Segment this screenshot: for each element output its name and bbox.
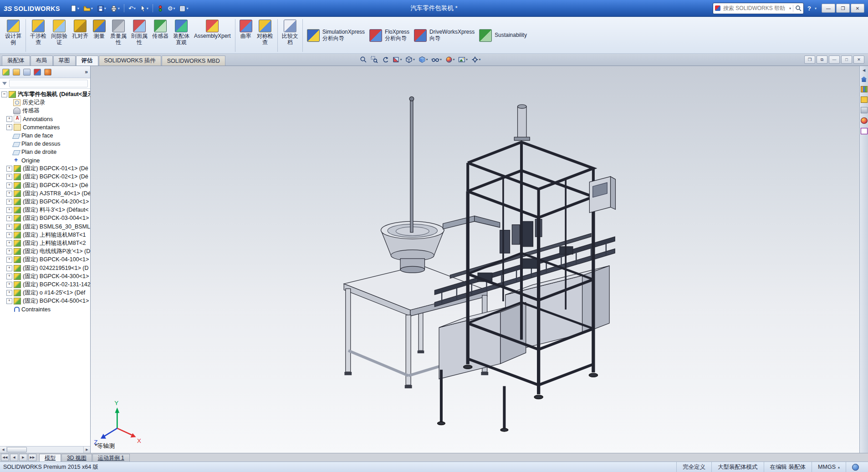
ribbon-button-clearance-verify[interactable]: 间隙验 证 (49, 18, 70, 53)
print-button[interactable]: ▾ (109, 4, 121, 13)
doc-window-cascade-button[interactable]: ⧉ (817, 56, 827, 64)
scroll-left-arrow[interactable]: ◀ (0, 447, 7, 453)
assembly-3d-model[interactable]: Y X Z (91, 66, 859, 453)
view-palette-icon[interactable] (861, 107, 868, 113)
doc-window-restore-button[interactable]: ❒ (804, 56, 815, 64)
expand-toggle[interactable]: + (6, 232, 12, 238)
ribbon-button-hole-alignment[interactable]: 孔对齐 (70, 18, 91, 53)
tree-item[interactable]: +(固定) BGPCK-03<1> (Dé (0, 181, 90, 189)
graphics-viewport[interactable]: Y X Z *等轴测 (91, 66, 859, 453)
tree-item[interactable]: +(固定) BGPCK-01<1> (Dé (0, 165, 90, 173)
ribbon-button-curvature[interactable]: 曲率 (237, 18, 255, 53)
tree-item[interactable]: Contraintes (0, 305, 90, 314)
tree-item[interactable]: +(固定) BGPCK-04-100<1> (0, 256, 90, 264)
search-box[interactable]: ▾ (713, 3, 804, 14)
ribbon-button-compare-documents[interactable]: 比较文 档 (280, 18, 301, 53)
expand-toggle[interactable]: + (6, 265, 12, 271)
doc-window-minimize-button[interactable]: — (829, 56, 840, 64)
tree-item[interactable]: +(固定) 上料输送机M8T<1 (0, 231, 90, 239)
scroll-last-tab-button[interactable]: ▶▶ (28, 454, 36, 461)
help-button[interactable]: ? (806, 5, 812, 12)
file-explorer-icon[interactable] (861, 96, 868, 103)
expand-toggle[interactable]: + (6, 282, 12, 288)
options-button[interactable]: ⚙▾ (166, 5, 177, 12)
custom-properties-icon[interactable] (861, 128, 868, 134)
tab-装配体[interactable]: 装配体 (2, 56, 30, 66)
tree-item[interactable]: +(固定) 上料输送机M8T<2 (0, 239, 90, 247)
scroll-right-arrow[interactable]: ▶ (83, 447, 90, 453)
scroll-left-tab-button[interactable]: ◀ (10, 454, 18, 461)
display-style-button[interactable]: ▾ (419, 56, 428, 63)
tab-SOLIDWORKS 插件[interactable]: SOLIDWORKS 插件 (99, 56, 161, 66)
home-icon[interactable] (861, 76, 867, 82)
expand-toggle[interactable]: + (6, 166, 12, 172)
search-input[interactable] (722, 5, 787, 12)
new-file-button[interactable]: ▾ (69, 4, 81, 13)
doc-window-close-button[interactable]: ✕ (853, 56, 864, 64)
property-manager-tab[interactable] (13, 69, 20, 76)
ribbon-button-sensor[interactable]: 传感器 (150, 18, 171, 53)
more-tabs-chevron-icon[interactable]: » (85, 69, 88, 75)
zoom-fit-button[interactable] (360, 56, 367, 63)
tree-item[interactable]: Plan de dessus (0, 140, 90, 148)
control-panel[interactable] (589, 177, 615, 213)
ribbon-button-assembly-visualization[interactable]: 装配体 直观 (171, 18, 192, 53)
tree-item[interactable]: −汽车零件包装机 (Défaut<显示 (0, 90, 90, 98)
tree-item[interactable]: +(固定) 0242219519<1> (D (0, 264, 90, 272)
tree-item[interactable]: +(固定) BGPCK-02-131-142 (0, 280, 90, 289)
undo-button[interactable]: ↶▾ (127, 5, 137, 12)
tree-item[interactable]: Plan de face (0, 132, 90, 140)
tab-SOLIDWORKS MBD[interactable]: SOLIDWORKS MBD (162, 56, 225, 66)
bottom-tab-运动算例 1[interactable]: 运动算例 1 (92, 454, 130, 462)
tree-item[interactable]: +Commentaires (0, 123, 90, 132)
ribbon-button-assembly-xpert[interactable]: AssemblyXpert (192, 18, 233, 53)
ribbon-button-interference-check[interactable]: 干涉检 查 (28, 18, 49, 53)
search-icon[interactable] (795, 5, 802, 11)
expand-toggle[interactable]: + (6, 191, 12, 197)
ribbon-button-driveworksxpress-wizard[interactable]: DriveWorksXpress 向导 (412, 18, 477, 53)
tree-item[interactable]: +Annotations (0, 115, 90, 123)
expand-toggle[interactable]: + (6, 224, 12, 230)
search-scope-caret-icon[interactable]: ▾ (789, 6, 791, 10)
tab-草图[interactable]: 草图 (53, 56, 76, 66)
file-properties-button[interactable]: ▾ (178, 4, 189, 13)
display-manager-tab[interactable] (44, 69, 51, 76)
rebuild-button[interactable] (156, 4, 165, 13)
save-file-button[interactable]: ▾ (96, 4, 107, 13)
expand-toggle[interactable]: + (6, 290, 12, 296)
hide-show-items-button[interactable]: ▾ (431, 56, 442, 63)
units-selector[interactable]: MMGS▴ (812, 462, 846, 472)
expand-toggle[interactable]: + (6, 215, 12, 221)
tree-item[interactable]: +(固定) BGPCK-03-004<1> (0, 214, 90, 223)
tree-item[interactable]: +(固定) o #14-25'<1> (Déf (0, 289, 90, 297)
bottom-tab-3D 视图[interactable]: 3D 视图 (61, 454, 92, 462)
design-library-icon[interactable] (861, 86, 868, 92)
appearances-scenes-icon[interactable] (861, 117, 868, 124)
expand-toggle[interactable]: + (6, 116, 12, 122)
expand-toggle[interactable]: + (6, 249, 12, 254)
scroll-first-tab-button[interactable]: ◀◀ (1, 454, 9, 461)
ribbon-button-measure[interactable]: 测量 (91, 18, 108, 53)
tree-item[interactable]: +(固定) BGPCK-04-300<1> (0, 272, 90, 280)
tree-item[interactable]: 历史记录 (0, 98, 90, 107)
tree-item[interactable]: +(固定) 电线线路P改'<1> (D (0, 248, 90, 256)
tree-item[interactable]: +(固定) BGPCK-02<1> (Dé (0, 173, 90, 181)
expand-toggle[interactable]: + (6, 257, 12, 263)
scroll-right-tab-button[interactable]: ▶ (19, 454, 27, 461)
ribbon-button-floxpress-wizard[interactable]: FloXpress 分析向导 (367, 18, 412, 53)
tree-item[interactable]: Origine (0, 157, 90, 165)
expand-toggle[interactable]: − (1, 91, 7, 97)
previous-view-button[interactable] (382, 56, 389, 63)
open-file-button[interactable]: ▾ (82, 4, 94, 13)
expand-toggle[interactable]: + (6, 240, 12, 246)
tab-评估[interactable]: 评估 (76, 56, 98, 66)
ribbon-button-mass-properties[interactable]: 质量属 性 (108, 18, 129, 53)
web-help-cell[interactable] (846, 462, 865, 472)
expand-toggle[interactable]: + (6, 274, 12, 279)
section-view-button[interactable]: ▾ (393, 56, 402, 63)
signal-tower[interactable] (514, 105, 530, 141)
expand-toggle[interactable]: + (6, 298, 12, 304)
ribbon-button-design-study[interactable]: 设计算 例 (3, 18, 24, 53)
tree-item[interactable]: +(固定) BSMLS6_30_BSMLS (0, 223, 90, 231)
featuremanager-tree-tab[interactable] (2, 69, 10, 76)
